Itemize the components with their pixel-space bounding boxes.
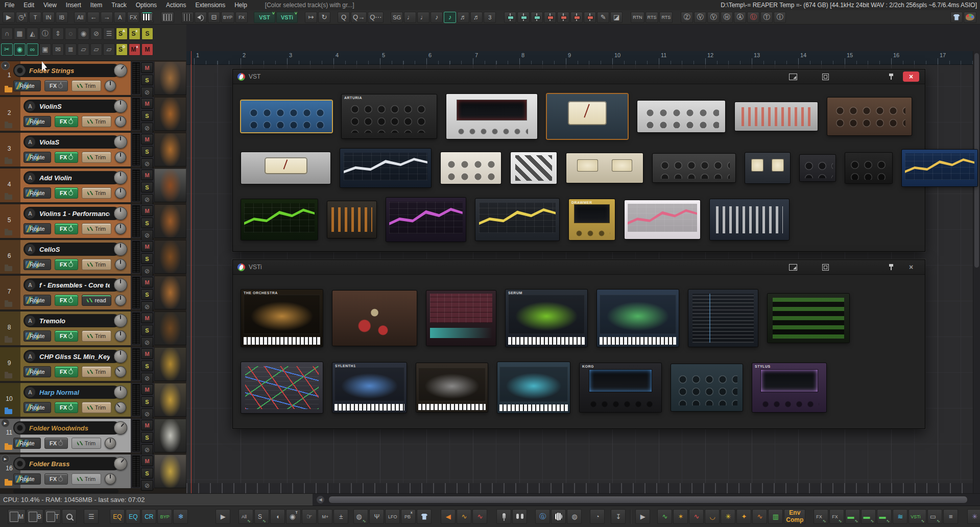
wave-red-icon[interactable]: ∿ bbox=[472, 509, 487, 524]
route-button[interactable]: Route bbox=[23, 116, 51, 127]
lips-icon[interactable]: ◡ bbox=[705, 509, 720, 524]
track-row-10[interactable]: 10AHarp NormalRouteFXTrimMS⊘ bbox=[0, 383, 186, 417]
track-name[interactable]: Harp Normal bbox=[39, 389, 79, 396]
plugin-thumbnail[interactable] bbox=[688, 290, 758, 347]
pan-knob[interactable] bbox=[114, 64, 127, 77]
mute-button[interactable]: M bbox=[141, 241, 153, 252]
vsti-dropdown[interactable]: VSTi bbox=[276, 12, 298, 23]
track-row-7[interactable]: 7Af - Ensembles - Core techRouteFXreadMS… bbox=[0, 276, 186, 309]
folder-state-icon[interactable] bbox=[5, 266, 12, 271]
envelope-button[interactable]: Trim bbox=[82, 152, 111, 163]
envelope-button[interactable]: Trim bbox=[82, 116, 111, 127]
width-knob[interactable] bbox=[115, 116, 126, 127]
solo-a-button[interactable]: SA bbox=[116, 28, 128, 40]
route-button[interactable]: Route bbox=[23, 259, 51, 270]
fader-red-icon[interactable] bbox=[544, 12, 556, 23]
mute-button[interactable]: M bbox=[141, 62, 153, 73]
plugin-thumbnail[interactable]: SERUM bbox=[506, 290, 587, 347]
mic-icon[interactable] bbox=[496, 509, 511, 524]
menu-actions[interactable]: Actions bbox=[161, 2, 190, 9]
folder-collapse-icon[interactable]: ▶ bbox=[1, 454, 10, 463]
shirt-icon[interactable] bbox=[417, 509, 432, 524]
plugin-thumbnail[interactable]: KORG bbox=[580, 363, 661, 412]
width-knob[interactable] bbox=[105, 438, 116, 449]
cr-button[interactable]: CR bbox=[141, 509, 156, 524]
item-env-icon[interactable]: ▬∿ bbox=[845, 509, 860, 524]
envelope-button[interactable]: Trim bbox=[82, 259, 111, 270]
plugin-thumbnail[interactable]: The Orchestra bbox=[241, 290, 323, 347]
burst-icon[interactable]: ✶ bbox=[673, 509, 688, 524]
track-row-9[interactable]: 9ACHP Gliss SL Min_KeyRouteFXTrimMS⊘ bbox=[0, 347, 186, 381]
restore-icon[interactable] bbox=[819, 262, 831, 272]
fader-red-icon[interactable] bbox=[570, 12, 583, 23]
fx-button[interactable]: FX bbox=[55, 116, 78, 127]
striped-circle-icon[interactable]: ◍ bbox=[567, 509, 582, 524]
restore-icon[interactable] bbox=[819, 72, 831, 81]
track-name-bar[interactable]: ACHP Gliss SL Min_Key bbox=[23, 350, 121, 363]
folder-collapse-icon[interactable]: ▼ bbox=[1, 61, 10, 70]
fx-button[interactable]: FX bbox=[55, 330, 78, 342]
plugin-thumbnail[interactable] bbox=[426, 291, 496, 346]
track-name[interactable]: f - Ensembles - Core tech bbox=[39, 281, 110, 289]
note-eighth-icon[interactable]: ♪ bbox=[431, 12, 443, 23]
solo-button[interactable]: S bbox=[141, 146, 153, 157]
phase-button[interactable]: ⊘ bbox=[141, 194, 153, 205]
arm-a-badge[interactable]: A bbox=[25, 315, 36, 326]
note-quarter-icon[interactable]: ♩ bbox=[404, 12, 416, 23]
arrow-left-icon[interactable]: ← bbox=[87, 12, 100, 23]
plugin-thumbnail[interactable] bbox=[327, 201, 376, 238]
play-icon[interactable]: ▶ bbox=[3, 12, 15, 23]
mute-button[interactable]: M bbox=[141, 205, 153, 216]
plugin-thumbnail[interactable]: STYLUS bbox=[752, 363, 826, 412]
phase-button[interactable]: ⊘ bbox=[141, 444, 153, 455]
plugin-thumbnail[interactable] bbox=[340, 149, 431, 187]
fx-button[interactable]: FX bbox=[55, 402, 78, 413]
track-name[interactable]: ViolinS bbox=[39, 103, 62, 110]
play-icon[interactable]: ▶ bbox=[216, 509, 230, 524]
arm-a-badge[interactable]: A bbox=[25, 244, 36, 255]
mute-button[interactable]: M bbox=[141, 134, 153, 145]
track-row-5[interactable]: 5AViolins 1 - Performance (RouteFXTrimMS… bbox=[0, 204, 186, 238]
route-button[interactable]: Route bbox=[23, 295, 51, 306]
note-eighth-selected-icon[interactable]: ♪ bbox=[444, 12, 456, 23]
fx-button[interactable]: FX bbox=[55, 366, 78, 377]
list-icon[interactable]: ☰ bbox=[103, 28, 115, 40]
grid-icon[interactable]: ▦ bbox=[14, 28, 26, 40]
plugin-thumbnail[interactable] bbox=[745, 153, 790, 183]
solo-button[interactable]: S bbox=[141, 325, 153, 336]
fx-button[interactable]: FX bbox=[55, 152, 78, 163]
mute-button[interactable]: M bbox=[141, 170, 153, 180]
m-plus-button[interactable]: M+ bbox=[318, 509, 332, 524]
envelope-button[interactable]: Trim bbox=[82, 187, 111, 199]
record-arm-icon[interactable] bbox=[14, 458, 26, 469]
vertical-scrollbar[interactable] bbox=[973, 51, 980, 493]
solo-button[interactable]: S bbox=[141, 75, 153, 85]
track-name[interactable]: CelloS bbox=[39, 246, 60, 253]
eq-cyan-button[interactable]: EQ bbox=[126, 509, 140, 524]
width-knob[interactable] bbox=[105, 80, 116, 91]
scroll-thumb[interactable] bbox=[328, 496, 968, 504]
plugin-thumbnail[interactable]: Sylenth1 bbox=[332, 363, 407, 413]
folder-state-icon[interactable] bbox=[5, 123, 12, 128]
mic-pair-icon[interactable] bbox=[512, 509, 527, 524]
rts-button[interactable]: RTS bbox=[646, 12, 659, 23]
env-all-button[interactable]: All∿ bbox=[238, 509, 253, 524]
mute-x-button[interactable]: Mx bbox=[129, 43, 140, 56]
plugin-thumbnail[interactable] bbox=[241, 101, 332, 132]
link-icon[interactable]: ∞ bbox=[27, 43, 38, 56]
mute-button[interactable]: M bbox=[141, 384, 153, 395]
zoom-t-icon[interactable]: Ⓣ bbox=[760, 12, 773, 23]
phase-button[interactable]: ⊘ bbox=[141, 87, 153, 98]
phase-button[interactable]: ⊘ bbox=[141, 230, 153, 241]
plugin-thumbnail[interactable] bbox=[671, 364, 743, 411]
plugin-thumbnail[interactable] bbox=[332, 291, 417, 346]
piano-icon[interactable] bbox=[140, 12, 154, 23]
fx-button[interactable]: FX bbox=[44, 80, 68, 91]
track-row-4[interactable]: 4AAdd ViolinRouteFXTrimMS⊘ bbox=[0, 169, 186, 202]
wave-orange2-icon[interactable]: ∿ bbox=[752, 509, 767, 524]
insert-marker-icon[interactable]: ↦ bbox=[305, 12, 317, 23]
track-name-bar[interactable]: Folder Brass bbox=[13, 457, 121, 470]
envelope-button[interactable]: Trim bbox=[82, 366, 111, 377]
pencil-icon[interactable]: ✎ bbox=[597, 12, 609, 23]
arm-a-badge[interactable]: A bbox=[25, 208, 36, 219]
